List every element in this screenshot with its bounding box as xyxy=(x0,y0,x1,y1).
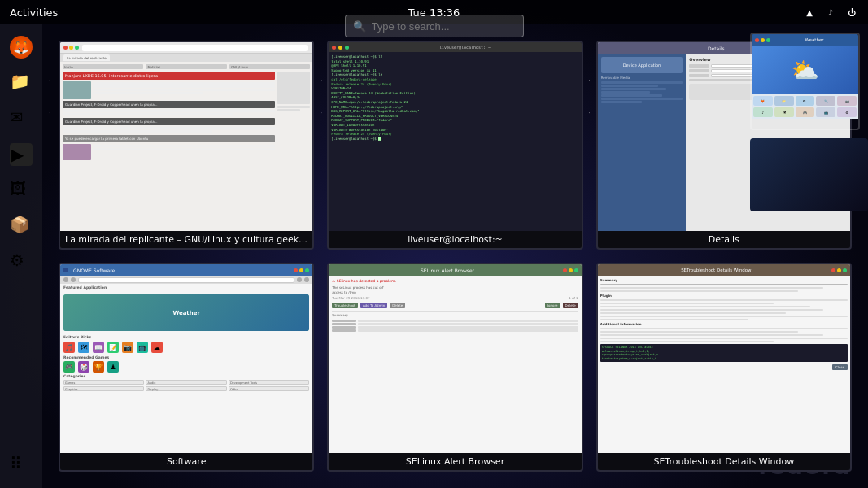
window-setroubleshoot-label: SETroubleshoot Details Window xyxy=(598,453,850,470)
sidebar-item-software[interactable]: 📦 xyxy=(5,210,37,242)
sidebar-item-photos[interactable]: 🖼 xyxy=(5,174,37,207)
window-terminal[interactable]: liveuser@localhost: ~ [liveuser@localhos… xyxy=(327,41,582,250)
wifi-icon[interactable] xyxy=(803,6,816,19)
weather-icon: ⛅ xyxy=(791,57,819,84)
sidebar-item-settings[interactable]: ⚙ xyxy=(5,246,37,278)
window-firefox[interactable]: La mirada del replicante Inicio Noticias… xyxy=(59,41,314,250)
volume-icon[interactable] xyxy=(824,6,837,19)
power-icon[interactable] xyxy=(845,6,858,19)
sidebar-item-firefox[interactable]: 🦊 xyxy=(5,31,37,63)
search-bar: 🔍 xyxy=(345,15,524,37)
topbar-right xyxy=(803,6,858,19)
window-firefox-label: La mirada del replicante – GNU/Linux y c… xyxy=(60,231,312,248)
activities-label[interactable]: Activities xyxy=(10,7,58,19)
sidebar-item-apps[interactable]: ⠿ xyxy=(5,449,37,481)
window-setroubleshoot-content: SETroubleshoot Details Window Summary Pl… xyxy=(598,264,850,453)
window-selinux-content: SELinux Alert Browser ⚠ SElinux has dete… xyxy=(329,264,581,453)
window-software[interactable]: GNOME Software Featured Application xyxy=(59,263,314,472)
window-software-label: Software xyxy=(60,453,312,470)
main-area: La mirada del replicante Inicio Noticias… xyxy=(42,24,868,488)
sidebar-item-terminal[interactable]: ▶ xyxy=(5,138,37,171)
sidebar: 🦊 📁 ✉ ▶ 🖼 📦 ⚙ ⠿ xyxy=(0,24,42,488)
window-terminal-label: liveuser@localhost:~ xyxy=(329,231,581,248)
window-terminal-content: liveuser@localhost: ~ [liveuser@localhos… xyxy=(329,42,581,231)
window-selinux-label: SELinux Alert Browser xyxy=(329,453,581,470)
window-firefox-content: La mirada del replicante Inicio Noticias… xyxy=(60,42,312,231)
window-software-content: GNOME Software Featured Application xyxy=(60,264,312,453)
window-details-label: Details xyxy=(598,231,850,248)
window-selinux[interactable]: SELinux Alert Browser ⚠ SElinux has dete… xyxy=(327,263,582,472)
weather-thumb[interactable]: Weather ⛅ 🦊 📁 🗓 🔧 📷 ♪ 🗺 🎮 📺 ⚙ xyxy=(750,33,860,130)
window-setroubleshoot[interactable]: SETroubleshoot Details Window Summary Pl… xyxy=(596,263,852,472)
search-input[interactable] xyxy=(345,15,524,37)
dark-panel xyxy=(750,138,868,211)
sidebar-item-mail[interactable]: ✉ xyxy=(5,102,37,135)
sidebar-item-files[interactable]: 📁 xyxy=(5,67,37,99)
weather-title: Weather xyxy=(774,37,855,42)
